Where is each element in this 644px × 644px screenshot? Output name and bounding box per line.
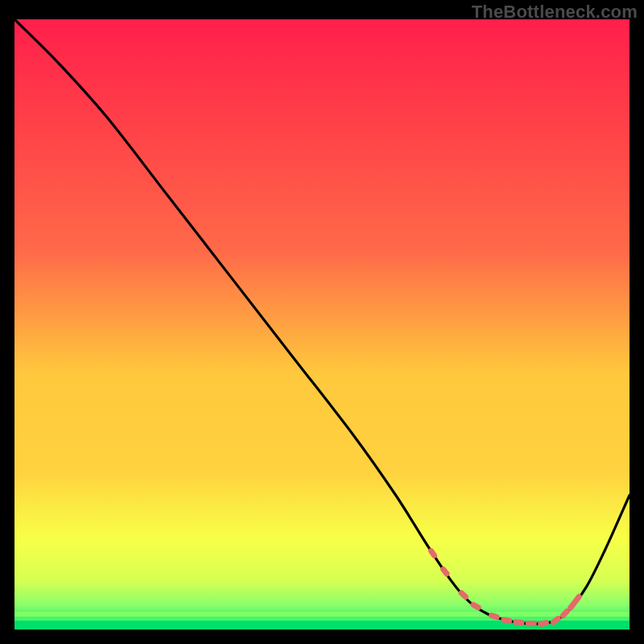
band bbox=[14, 612, 630, 617]
watermark-text: TheBottleneck.com bbox=[472, 2, 638, 23]
band bbox=[14, 617, 630, 621]
plot-area bbox=[14, 19, 630, 630]
bottleneck-chart bbox=[14, 19, 630, 630]
chart-frame: TheBottleneck.com bbox=[0, 0, 644, 644]
band bbox=[14, 621, 630, 630]
dash-segment bbox=[526, 621, 537, 626]
gradient-background bbox=[14, 19, 630, 630]
